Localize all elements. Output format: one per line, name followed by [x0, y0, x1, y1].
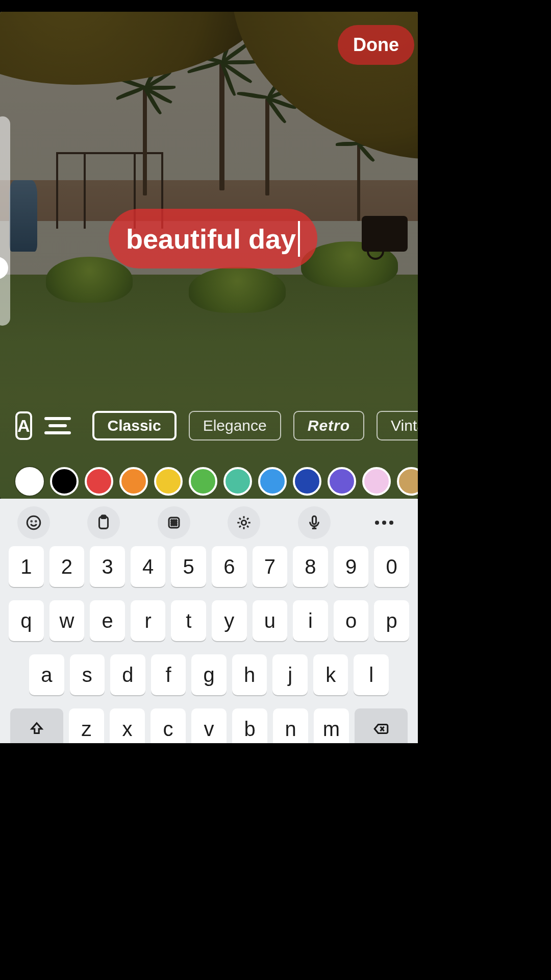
key-u[interactable]: u: [253, 600, 288, 641]
font-chip-label: Retro: [308, 417, 350, 434]
key-o[interactable]: o: [334, 600, 369, 641]
key-a[interactable]: a: [29, 654, 64, 695]
key-l[interactable]: l: [354, 654, 389, 695]
font-chip-retro[interactable]: Retro: [293, 411, 364, 440]
key-0[interactable]: 0: [374, 546, 409, 587]
smiley-icon: [25, 514, 42, 531]
clipboard-button[interactable]: [87, 506, 120, 539]
color-swatch[interactable]: [293, 467, 321, 496]
key-s[interactable]: s: [70, 654, 105, 695]
key-h[interactable]: h: [232, 654, 267, 695]
text-overlay-pill[interactable]: beautiful day: [109, 209, 317, 268]
text-overlay-content: beautiful day: [126, 223, 296, 255]
key-z[interactable]: z: [69, 708, 104, 743]
keyboard-row-zxcv: zxcvbnm: [9, 708, 409, 743]
color-swatch[interactable]: [50, 467, 79, 496]
key-p[interactable]: p: [374, 600, 409, 641]
svg-point-10: [173, 522, 174, 523]
keyboard-keys: 1234567890 qwertyuiop asdfghjkl zxcvbnm: [0, 546, 418, 743]
gear-icon: [235, 514, 253, 531]
microphone-icon: [306, 514, 323, 531]
key-b[interactable]: b: [232, 708, 267, 743]
color-swatch[interactable]: [397, 467, 418, 496]
font-chip-classic[interactable]: Classic: [92, 411, 177, 440]
emoji-button[interactable]: [17, 506, 50, 539]
key-x[interactable]: x: [110, 708, 145, 743]
key-c[interactable]: c: [151, 708, 186, 743]
text-color-palette: [0, 466, 418, 497]
svg-point-12: [171, 524, 172, 525]
backspace-key[interactable]: [355, 708, 408, 743]
status-bar: [0, 0, 418, 12]
key-v[interactable]: v: [191, 708, 227, 743]
key-n[interactable]: n: [273, 708, 308, 743]
svg-point-6: [171, 520, 172, 521]
key-4[interactable]: 4: [131, 546, 166, 587]
shift-icon: [28, 720, 45, 738]
key-1[interactable]: 1: [9, 546, 44, 587]
keypad-layout-button[interactable]: [158, 506, 190, 539]
key-y[interactable]: y: [212, 600, 247, 641]
more-icon: [375, 521, 393, 525]
key-6[interactable]: 6: [212, 546, 247, 587]
key-d[interactable]: d: [110, 654, 145, 695]
key-7[interactable]: 7: [253, 546, 288, 587]
key-2[interactable]: 2: [49, 546, 85, 587]
keyboard-row-qwerty: qwertyuiop: [9, 600, 409, 641]
key-r[interactable]: r: [131, 600, 166, 641]
svg-point-13: [173, 524, 174, 525]
svg-point-9: [171, 522, 172, 523]
color-swatch[interactable]: [362, 467, 391, 496]
keypad-icon: [165, 514, 183, 531]
soft-keyboard: 1234567890 qwertyuiop asdfghjkl zxcvbnm: [0, 499, 418, 743]
key-m[interactable]: m: [314, 708, 349, 743]
color-swatch[interactable]: [223, 467, 252, 496]
key-9[interactable]: 9: [334, 546, 369, 587]
clipboard-icon: [95, 514, 112, 531]
svg-rect-16: [312, 516, 316, 524]
font-chip-label: Elegance: [203, 417, 267, 434]
text-size-slider-rail[interactable]: [0, 116, 10, 326]
key-3[interactable]: 3: [90, 546, 125, 587]
key-t[interactable]: t: [171, 600, 206, 641]
done-button[interactable]: Done: [338, 25, 414, 65]
font-style-scroller[interactable]: Classic Elegance Retro Vintage: [92, 411, 418, 440]
key-q[interactable]: q: [9, 600, 44, 641]
font-chip-elegance[interactable]: Elegance: [189, 411, 281, 440]
color-swatch[interactable]: [258, 467, 287, 496]
key-5[interactable]: 5: [171, 546, 206, 587]
font-chip-label: Classic: [108, 417, 161, 434]
svg-point-2: [36, 521, 36, 521]
key-w[interactable]: w: [49, 600, 85, 641]
color-swatch[interactable]: [328, 467, 356, 496]
color-swatch[interactable]: [189, 467, 217, 496]
svg-point-0: [27, 516, 40, 529]
shift-key[interactable]: [10, 708, 63, 743]
text-background-toggle[interactable]: A: [15, 411, 32, 440]
text-caret: [298, 221, 300, 257]
story-text-editor-screen: Done beautiful day A Classic Elegance: [0, 0, 418, 743]
key-k[interactable]: k: [313, 654, 348, 695]
key-g[interactable]: g: [191, 654, 227, 695]
color-swatch[interactable]: [119, 467, 148, 496]
keyboard-row-numbers: 1234567890: [9, 546, 409, 587]
text-align-button[interactable]: [44, 412, 71, 439]
key-8[interactable]: 8: [293, 546, 328, 587]
svg-point-8: [176, 520, 177, 521]
keyboard-more-button[interactable]: [368, 506, 400, 539]
voice-input-button[interactable]: [298, 506, 331, 539]
color-swatch[interactable]: [154, 467, 183, 496]
story-photo-canvas[interactable]: Done beautiful day A Classic Elegance: [0, 12, 418, 499]
svg-point-7: [173, 520, 174, 521]
backspace-icon: [372, 720, 390, 738]
font-chip-vintage[interactable]: Vintage: [377, 411, 418, 440]
keyboard-row-asdf: asdfghjkl: [9, 654, 409, 695]
svg-point-1: [31, 521, 32, 521]
key-j[interactable]: j: [272, 654, 308, 695]
color-swatch[interactable]: [15, 467, 44, 496]
color-swatch[interactable]: [85, 467, 113, 496]
key-e[interactable]: e: [90, 600, 125, 641]
key-f[interactable]: f: [151, 654, 186, 695]
keyboard-settings-button[interactable]: [228, 506, 260, 539]
key-i[interactable]: i: [293, 600, 328, 641]
